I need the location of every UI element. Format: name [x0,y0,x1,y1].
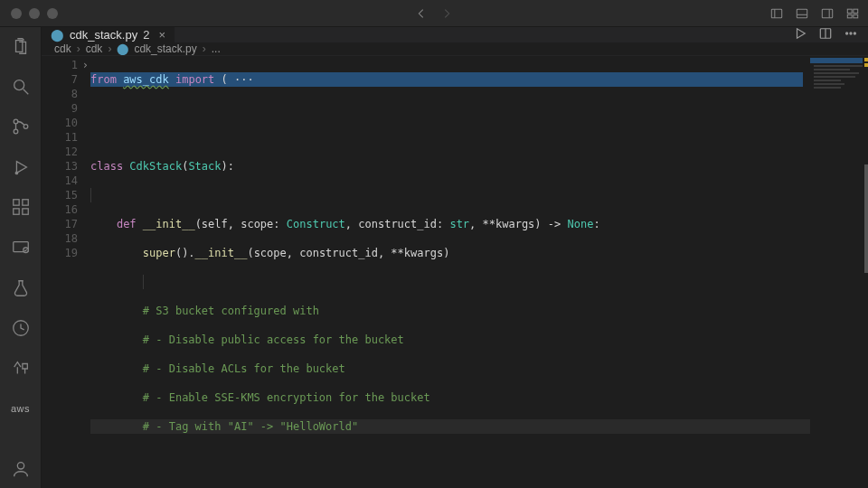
code-token: Construct [287,218,345,230]
svg-point-13 [14,130,18,135]
aws-label[interactable]: aws [10,399,32,419]
split-editor-icon[interactable] [819,27,832,42]
remote-icon[interactable] [10,238,32,258]
svg-rect-7 [854,9,858,13]
line-number: 12 [42,145,90,159]
code-token: aws_cdk [123,73,169,86]
timeline-icon[interactable] [10,318,32,339]
code-comment: # - Disable ACLs for the bucket [143,362,345,375]
code-token: CdkStack [129,160,182,173]
editor-body[interactable]: 1 7 8 9 10 11 12 13 14 15 16 17 18 19 fr… [42,56,868,488]
code-comment: # - Tag with "AI" -> "HelloWorld" [143,420,358,433]
svg-rect-16 [13,200,18,205]
line-number: 15 [42,188,90,202]
editor-actions [794,27,868,42]
line-number: 16 [42,202,90,217]
line-number: 13 [42,159,90,174]
svg-point-26 [846,33,848,34]
breadcrumb[interactable]: cdk › cdk › ⬤ cdk_stack.py › ... [42,42,868,56]
code-comment: # S3 bucket configured with [143,305,319,317]
breadcrumb-seg-1[interactable]: cdk [86,42,103,55]
svg-point-14 [24,125,28,129]
nav-back-icon[interactable] [415,7,428,20]
svg-rect-9 [854,14,858,18]
titlebar [0,0,868,27]
python-file-icon: ⬤ [117,42,128,55]
nav-forward-icon[interactable] [440,7,453,20]
chevron-right-icon: › [108,42,111,55]
code-token: (scope, construct_id, **kwargs) [247,247,449,259]
svg-point-27 [850,33,852,34]
chevron-right-icon: › [203,42,206,55]
svg-rect-0 [771,9,781,18]
svg-rect-8 [847,14,852,18]
svg-rect-2 [797,9,807,18]
code-token: from [90,73,117,86]
code-token: __init__ [143,218,195,230]
code-fold-ellipsis[interactable]: ( ··· [222,73,254,86]
search-icon[interactable] [10,77,32,98]
code-token: Stack [188,160,221,173]
line-gutter: 1 7 8 9 10 11 12 13 14 15 16 17 18 19 [42,56,90,488]
code-token: None [567,218,593,230]
run-file-icon[interactable] [794,27,807,42]
titlebar-nav [415,7,453,20]
window-controls[interactable] [11,8,58,19]
svg-point-10 [14,80,24,89]
code-token: (self, scope: [195,218,287,230]
source-control-icon[interactable] [10,117,32,137]
code-token: super [143,247,175,259]
panel-bottom-icon[interactable] [796,7,808,20]
code-token: (). [175,247,195,259]
panel-right-icon[interactable] [821,7,834,20]
code-token: class [90,160,123,173]
python-file-icon: ⬤ [51,28,64,42]
window-zoom-dot[interactable] [47,8,58,19]
svg-point-12 [14,120,18,125]
code-token: , **kwargs) -> [469,218,567,230]
breadcrumb-seg-0[interactable]: cdk [54,42,71,55]
svg-rect-18 [13,209,18,214]
line-number: 8 [42,87,90,101]
svg-point-28 [854,33,855,34]
tab-dirty-badge: 2 [143,28,149,42]
accounts-icon[interactable] [10,458,32,479]
window-minimize-dot[interactable] [29,8,40,19]
aws-toolkit-icon[interactable] [10,358,32,379]
tab-close-icon[interactable]: × [158,28,165,42]
svg-line-11 [23,89,28,95]
svg-rect-4 [822,9,832,18]
code-token: , construct_id: [345,218,450,230]
line-number: 10 [42,116,90,130]
tab-cdk-stack[interactable]: ⬤ cdk_stack.py 2 × [42,27,175,42]
explorer-icon[interactable] [10,36,32,57]
code-token: str [449,218,469,230]
svg-rect-17 [22,200,27,205]
panel-left-icon[interactable] [770,7,783,20]
tab-filename: cdk_stack.py [70,28,137,42]
breadcrumb-seg-3[interactable]: ... [212,42,221,55]
activity-bar: aws [0,27,42,488]
code-comment: # - Disable public access for the bucket [143,333,404,346]
svg-rect-19 [22,209,27,214]
testing-icon[interactable] [10,277,32,298]
line-number: 7 [42,72,90,87]
svg-point-15 [14,171,18,174]
chevron-right-icon: › [77,42,80,55]
breadcrumb-seg-2[interactable]: cdk_stack.py [134,42,196,55]
titlebar-layout-controls [770,7,859,20]
code-content[interactable]: from aws_cdk import ( ··· class CdkStack… [90,56,868,488]
run-debug-icon[interactable] [10,157,32,178]
window-close-dot[interactable] [11,8,22,19]
line-number: 17 [42,217,90,231]
more-actions-icon[interactable] [844,27,857,42]
code-token: : [593,218,599,230]
extensions-icon[interactable] [10,197,32,218]
layout-grid-icon[interactable] [846,7,859,20]
minimap[interactable] [810,56,868,488]
code-token: : [228,160,234,173]
line-number[interactable]: 1 [42,58,90,72]
code-token: __init__ [195,247,248,259]
line-number: 19 [42,246,90,260]
line-number: 14 [42,174,90,188]
